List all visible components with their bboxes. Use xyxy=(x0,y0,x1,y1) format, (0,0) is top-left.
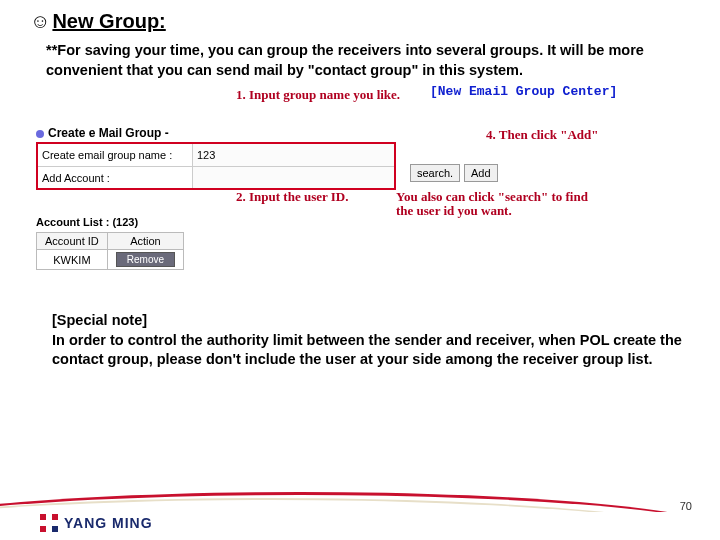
page-title: ☺New Group: xyxy=(30,10,166,32)
account-list-header: Account List : (123) xyxy=(36,216,138,228)
add-button[interactable]: Add xyxy=(464,164,498,182)
annotation-step1: 1. Input group name you like. xyxy=(236,88,406,102)
group-name-label: Create email group name : xyxy=(38,144,193,166)
col-account-id: Account ID xyxy=(37,233,108,250)
form-section-header: Create e Mail Group - xyxy=(36,124,396,142)
logo-mark-icon xyxy=(40,514,58,532)
special-note-label: [Special note] xyxy=(52,312,147,328)
annotation-step3: You also can click "search" to find the … xyxy=(396,190,606,219)
annotation-step2: 2. Input the user ID. xyxy=(236,190,348,204)
special-note-body: In order to control the authority limit … xyxy=(52,332,682,368)
account-list-table: Account ID Action KWKIM Remove xyxy=(36,232,184,270)
table-row: KWKIM Remove xyxy=(37,250,184,270)
special-note: [Special note] In order to control the a… xyxy=(0,297,720,370)
add-account-label: Add Account : xyxy=(38,167,193,188)
brand-logo: YANG MING xyxy=(40,514,153,532)
bullet-icon xyxy=(36,130,44,138)
col-action: Action xyxy=(107,233,183,250)
cell-account-id: KWKIM xyxy=(37,250,108,270)
remove-button[interactable]: Remove xyxy=(116,252,175,267)
brand-name: YANG MING xyxy=(64,515,153,531)
center-label: [New Email Group Center] xyxy=(430,84,617,99)
demo-area: 1. Input group name you like. [New Email… xyxy=(36,92,690,297)
swoosh-decoration xyxy=(0,482,720,512)
form-redbox: Create email group name : 123 Add Accoun… xyxy=(36,142,396,190)
search-button[interactable]: search. xyxy=(410,164,460,182)
footer: YANG MING 70 xyxy=(0,482,720,540)
group-name-input[interactable]: 123 xyxy=(193,149,394,161)
page-number: 70 xyxy=(680,500,692,512)
form-panel: Create e Mail Group - Create email group… xyxy=(36,124,396,190)
smiley-icon: ☺ xyxy=(30,10,50,33)
annotation-step4: 4. Then click "Add" xyxy=(486,128,598,142)
